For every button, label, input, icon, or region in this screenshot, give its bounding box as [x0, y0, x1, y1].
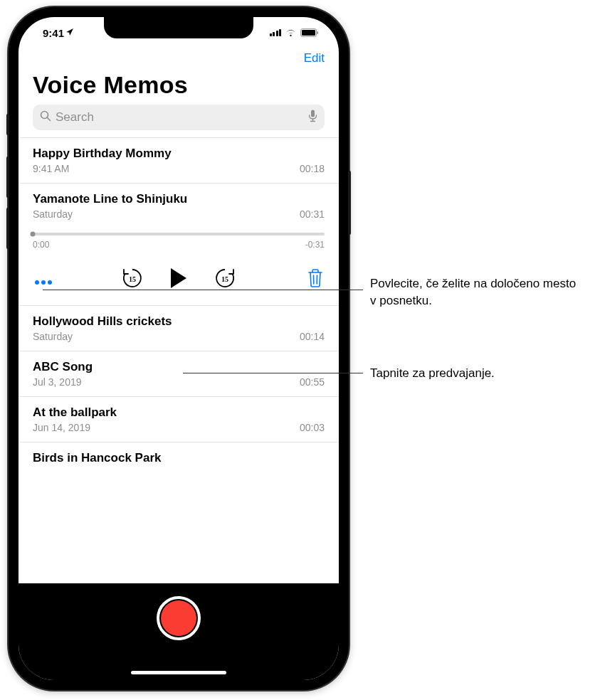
recording-date: 9:41 AM	[33, 163, 69, 174]
svg-point-9	[41, 280, 46, 285]
recording-date: Jun 14, 2019	[33, 422, 90, 433]
svg-point-10	[48, 280, 52, 285]
skip-forward-15-button[interactable]: 15	[214, 267, 236, 292]
recording-row[interactable]: Hollywood Hills crickets Saturday 00:14	[19, 306, 339, 351]
callout-line	[43, 290, 363, 290]
phone-screen: 9:41 Edit	[19, 17, 339, 680]
callout-scrub: Povlecite, če želite na določeno mesto v…	[370, 275, 584, 309]
svg-point-8	[35, 280, 39, 285]
location-icon	[65, 28, 74, 38]
recording-title: Birds in Hancock Park	[33, 451, 325, 465]
phone-frame: 9:41 Edit	[9, 7, 349, 690]
recording-row-expanded[interactable]: Yamanote Line to Shinjuku Saturday 00:31…	[19, 184, 339, 306]
player-controls: 15 15	[33, 267, 325, 292]
recording-date: Jul 3, 2019	[33, 376, 82, 388]
mic-icon[interactable]	[308, 110, 317, 125]
search-bar[interactable]	[33, 105, 325, 130]
silence-switch[interactable]	[6, 114, 9, 135]
svg-line-4	[47, 117, 50, 120]
recording-title: Yamanote Line to Shinjuku	[33, 192, 325, 206]
record-button[interactable]	[157, 596, 201, 640]
nav-bar: Edit	[19, 48, 339, 71]
svg-text:15: 15	[129, 275, 136, 283]
callout-play: Tapnite za predvajanje.	[370, 365, 584, 382]
power-button[interactable]	[348, 171, 351, 235]
remaining-time: -0:31	[305, 240, 325, 250]
scrubber-track[interactable]	[33, 233, 325, 235]
svg-rect-2	[317, 31, 319, 34]
skip-back-15-button[interactable]: 15	[122, 267, 143, 292]
title-section: Voice Memos	[19, 71, 339, 105]
edit-button[interactable]: Edit	[304, 51, 325, 65]
recording-title: At the ballpark	[33, 405, 325, 420]
scrubber-thumb[interactable]	[31, 232, 36, 237]
delete-button[interactable]	[296, 269, 323, 290]
search-icon	[40, 110, 51, 124]
volume-up-button[interactable]	[6, 157, 9, 198]
callout-line	[183, 373, 363, 373]
recording-duration: 00:03	[300, 422, 325, 433]
cellular-signal-icon	[270, 29, 282, 36]
battery-icon	[300, 28, 319, 37]
svg-rect-5	[311, 110, 315, 117]
recording-duration: 00:18	[300, 163, 325, 174]
recording-title: Hollywood Hills crickets	[33, 314, 325, 329]
wifi-icon	[285, 28, 297, 37]
volume-down-button[interactable]	[6, 208, 9, 249]
playback-scrubber[interactable]: 0:00 -0:31	[33, 233, 325, 250]
recording-duration: 00:14	[300, 331, 325, 342]
status-time: 9:41	[43, 27, 64, 39]
page-title: Voice Memos	[33, 71, 325, 99]
svg-text:15: 15	[221, 275, 228, 283]
play-button[interactable]	[169, 267, 189, 292]
recording-row[interactable]: ABC Song Jul 3, 2019 00:55	[19, 351, 339, 397]
home-indicator[interactable]	[131, 671, 226, 674]
recording-row[interactable]: Birds in Hancock Park	[19, 442, 339, 470]
recording-title: Happy Birthday Mommy	[33, 147, 325, 161]
svg-rect-1	[302, 30, 315, 36]
recording-row[interactable]: Happy Birthday Mommy 9:41 AM 00:18	[19, 138, 339, 184]
record-button-inner	[161, 600, 196, 636]
recording-row[interactable]: At the ballpark Jun 14, 2019 00:03	[19, 397, 339, 442]
recording-duration: 00:55	[300, 376, 325, 388]
recording-duration: 00:31	[300, 208, 325, 220]
search-input[interactable]	[56, 110, 304, 124]
recording-date: Saturday	[33, 331, 73, 342]
recordings-list: Happy Birthday Mommy 9:41 AM 00:18 Yaman…	[19, 137, 339, 583]
more-options-button[interactable]	[34, 270, 61, 290]
recording-title: ABC Song	[33, 360, 325, 374]
record-bar	[19, 583, 339, 680]
notch	[104, 17, 253, 38]
elapsed-time: 0:00	[33, 240, 49, 250]
recording-date: Saturday	[33, 208, 73, 220]
